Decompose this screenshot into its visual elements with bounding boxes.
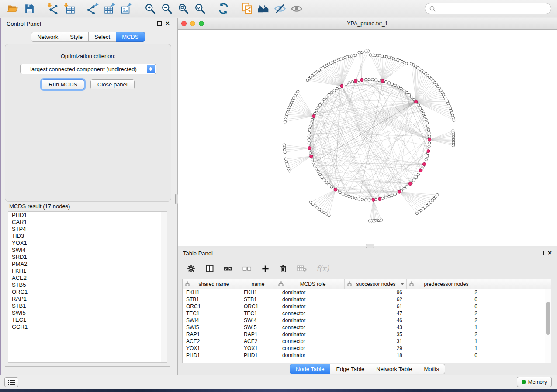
table-row[interactable]: SWI5SWI5connector431 xyxy=(183,324,551,331)
hide-selected-icon[interactable] xyxy=(272,2,288,16)
table-cell[interactable]: connector xyxy=(276,324,345,330)
table-cell[interactable]: 2 xyxy=(407,317,481,323)
table-cell[interactable]: 0 xyxy=(407,296,481,303)
table-cell[interactable]: 1 xyxy=(407,338,481,344)
mcds-result-item[interactable]: TEC1 xyxy=(8,316,167,323)
table-cell[interactable]: dominator xyxy=(276,352,345,358)
table-cell[interactable]: 96 xyxy=(345,289,407,296)
zoom-selected-icon[interactable] xyxy=(191,2,208,16)
table-cell[interactable]: 18 xyxy=(345,352,407,358)
column-header-name[interactable]: name xyxy=(240,279,276,289)
table-row[interactable]: ACE2ACE2connector311 xyxy=(183,338,551,345)
table-cell[interactable]: STB1 xyxy=(183,296,240,303)
network-canvas[interactable] xyxy=(178,30,557,246)
search-input[interactable] xyxy=(438,5,551,12)
table-cell[interactable]: ORC1 xyxy=(240,303,276,309)
zoom-fit-icon[interactable] xyxy=(175,2,191,16)
table-cell[interactable]: dominator xyxy=(276,317,345,323)
mcds-result-item[interactable]: ORC1 xyxy=(8,289,167,296)
show-all-icon[interactable] xyxy=(288,2,305,16)
column-header-mcds-role[interactable]: MCDS role xyxy=(276,279,345,289)
table-cell[interactable]: 47 xyxy=(345,310,407,316)
open-icon[interactable] xyxy=(4,2,21,16)
table-cell[interactable]: YOX1 xyxy=(183,345,240,351)
mcds-result-item[interactable]: SWI4 xyxy=(8,247,167,254)
table-scrollbar[interactable] xyxy=(545,289,551,363)
refresh-icon[interactable] xyxy=(215,2,232,16)
float-panel-icon[interactable] xyxy=(157,21,162,26)
table-cell[interactable]: 31 xyxy=(345,338,407,344)
mcds-result-item[interactable]: YOX1 xyxy=(8,240,167,247)
table-cell[interactable]: 43 xyxy=(345,324,407,330)
table-cell[interactable]: 1 xyxy=(407,324,481,330)
table-cell[interactable]: ACE2 xyxy=(240,338,276,344)
tab-network[interactable]: Network xyxy=(31,32,64,42)
table-cell[interactable]: dominator xyxy=(276,303,345,309)
column-header-predecessor-nodes[interactable]: predecessor nodes xyxy=(407,279,481,289)
table-cell[interactable]: SWI4 xyxy=(183,317,240,323)
table-cell[interactable]: 62 xyxy=(345,296,407,303)
table-row[interactable]: SWI4SWI4dominator462 xyxy=(183,317,551,324)
tab-select[interactable]: Select xyxy=(89,32,116,42)
table-row[interactable]: FKH1FKH1dominator962 xyxy=(183,289,551,296)
delete-column-icon[interactable] xyxy=(279,264,287,273)
close-panel-icon[interactable]: × xyxy=(548,251,552,255)
search-box[interactable] xyxy=(425,3,551,14)
mcds-result-item[interactable]: FKH1 xyxy=(8,268,167,275)
table-row[interactable]: YOX1YOX1connector291 xyxy=(183,345,551,352)
close-panel-icon[interactable]: × xyxy=(166,21,170,26)
table-cell[interactable]: PHD1 xyxy=(240,352,276,358)
table-cell[interactable]: connector xyxy=(276,310,345,316)
table-cell[interactable]: 2 xyxy=(407,310,481,316)
table-cell[interactable]: 0 xyxy=(407,303,481,309)
mcds-result-item[interactable]: STB1 xyxy=(8,303,167,309)
tab-mcds[interactable]: MCDS xyxy=(116,32,145,42)
save-icon[interactable] xyxy=(21,2,38,16)
tab-edge-table[interactable]: Edge Table xyxy=(330,364,370,374)
table-row[interactable]: PHD1PHD1dominator180 xyxy=(183,352,551,359)
table-row[interactable]: RAP1RAP1dominator352 xyxy=(183,331,551,338)
mcds-result-item[interactable]: CAR1 xyxy=(8,219,167,226)
result-scrollbar[interactable] xyxy=(161,212,167,362)
column-header-successor-nodes[interactable]: successor nodes xyxy=(345,279,407,289)
table-cell[interactable]: dominator xyxy=(276,296,345,303)
mcds-result-item[interactable]: RAP1 xyxy=(8,296,167,303)
table-cell[interactable]: ACE2 xyxy=(183,338,240,344)
table-cell[interactable]: RAP1 xyxy=(183,331,240,337)
mcds-result-item[interactable]: SRD1 xyxy=(8,254,167,261)
table-cell[interactable]: 2 xyxy=(407,289,481,296)
mcds-result-item[interactable]: GCR1 xyxy=(8,323,167,330)
import-network-icon[interactable] xyxy=(45,2,61,16)
close-panel-button[interactable]: Close panel xyxy=(90,79,135,89)
table-row[interactable]: TEC1TEC1connector472 xyxy=(183,310,551,317)
mcds-result-item[interactable]: STP4 xyxy=(8,226,167,233)
import-table-icon[interactable] xyxy=(61,2,78,16)
duplicate-network-icon[interactable] xyxy=(239,2,255,16)
task-list-button[interactable] xyxy=(4,377,18,387)
mcds-result-item[interactable]: ACE2 xyxy=(8,275,167,282)
table-cell[interactable]: SWI4 xyxy=(240,317,276,323)
table-cell[interactable]: YOX1 xyxy=(240,345,276,351)
tab-node-table[interactable]: Node Table xyxy=(290,364,331,374)
table-cell[interactable]: dominator xyxy=(276,289,345,296)
mcds-result-item[interactable]: STB5 xyxy=(8,282,167,289)
select-all-icon[interactable] xyxy=(224,265,233,272)
table-cell[interactable]: SWI5 xyxy=(240,324,276,330)
tab-style[interactable]: Style xyxy=(64,32,89,42)
tab-network-table[interactable]: Network Table xyxy=(370,364,418,374)
scrollbar-thumb[interactable] xyxy=(546,302,550,335)
table-cell[interactable]: RAP1 xyxy=(240,331,276,337)
memory-button[interactable]: Memory xyxy=(517,377,552,387)
table-cell[interactable]: 61 xyxy=(345,303,407,309)
table-cell[interactable]: TEC1 xyxy=(240,310,276,316)
run-mcds-button[interactable]: Run MCDS xyxy=(42,79,84,89)
tab-motifs[interactable]: Motifs xyxy=(418,364,445,374)
table-row[interactable]: STB1STB1dominator620 xyxy=(183,296,551,303)
export-image-icon[interactable] xyxy=(118,2,135,16)
vertical-splitter[interactable] xyxy=(175,18,178,375)
table-cell[interactable]: 35 xyxy=(345,331,407,337)
table-cell[interactable]: 2 xyxy=(407,331,481,337)
zoom-in-icon[interactable] xyxy=(142,2,158,16)
table-cell[interactable]: FKH1 xyxy=(183,289,240,296)
table-cell[interactable]: ORC1 xyxy=(183,303,240,309)
